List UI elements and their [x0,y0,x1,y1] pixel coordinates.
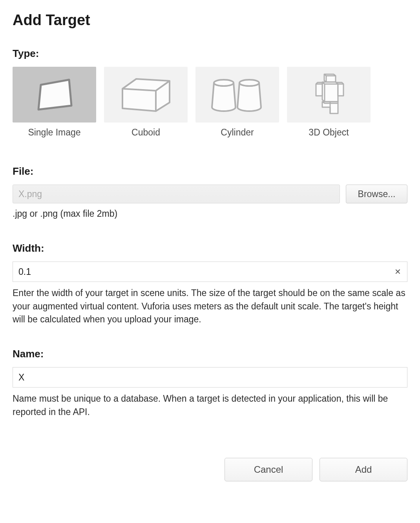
file-help-text: .jpg or .png (max file 2mb) [13,207,407,220]
type-label: Type: [13,48,407,60]
file-input[interactable] [13,185,340,203]
type-options: Single Image Cuboid Cylinder [13,67,407,138]
file-row: Browse... [13,185,407,203]
dialog-title: Add Target [13,12,407,29]
type-tile-single-image [13,67,96,123]
add-button[interactable]: Add [320,458,407,481]
type-option-cuboid[interactable]: Cuboid [104,67,188,138]
name-help-text: Name must be unique to a database. When … [13,392,407,419]
type-tile-cuboid [104,67,188,123]
svg-marker-9 [316,84,322,96]
type-option-single-image[interactable]: Single Image [13,67,96,138]
width-input[interactable] [13,262,407,282]
browse-button[interactable]: Browse... [346,185,407,203]
type-tile-cylinder [195,67,279,123]
width-label: Width: [13,242,407,254]
type-option-label: Single Image [28,127,80,138]
type-option-label: Cylinder [221,127,254,138]
object3d-icon [311,71,347,118]
type-option-cylinder[interactable]: Cylinder [195,67,279,138]
type-option-label: Cuboid [131,127,160,138]
type-option-label: 3D Object [309,127,349,138]
cancel-button[interactable]: Cancel [225,458,312,481]
svg-marker-10 [338,84,343,96]
cuboid-icon [119,75,173,114]
name-input[interactable] [13,367,407,388]
type-option-3d-object[interactable]: 3D Object [287,67,371,138]
name-label: Name: [13,348,407,360]
svg-marker-0 [38,80,71,110]
clear-width-icon[interactable]: ✕ [394,268,401,276]
image-icon [33,75,76,114]
file-label: File: [13,165,407,177]
svg-marker-1 [122,79,170,111]
type-tile-3d-object [287,67,371,123]
dialog-footer: Cancel Add [13,458,407,481]
svg-point-4 [239,80,259,86]
svg-point-3 [214,80,234,86]
cylinder-icon [208,75,267,114]
width-help-text: Enter the width of your target in scene … [13,287,407,326]
